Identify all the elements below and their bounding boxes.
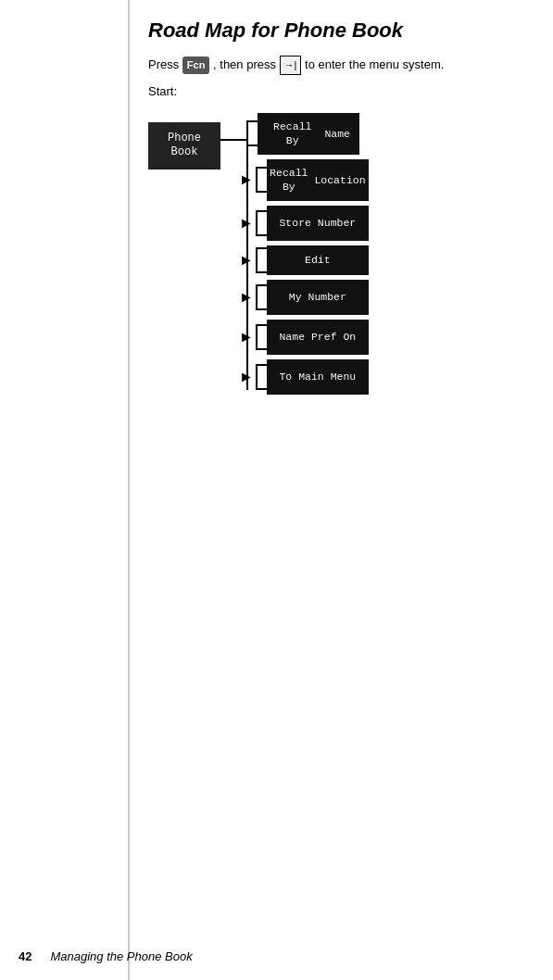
menu-item-row-0: Recall By Name bbox=[246, 113, 369, 155]
menu-item-row-5: ► Name Pref On bbox=[246, 320, 369, 355]
arrow-2: ► bbox=[239, 216, 254, 231]
item-notch-1 bbox=[256, 167, 267, 193]
menu-item-row-2: ► Store Number bbox=[246, 206, 369, 241]
menu-item-row-3: ► Edit bbox=[246, 245, 369, 275]
menu-item-row-6: ► To Main Menu bbox=[246, 359, 369, 395]
arrow-1: ► bbox=[239, 172, 254, 187]
item-notch-4 bbox=[256, 284, 267, 310]
menu-box-3: Edit bbox=[267, 245, 369, 275]
press-label: Press bbox=[148, 57, 179, 71]
menu-box-2: Store Number bbox=[267, 206, 369, 241]
page-title: Road Map for Phone Book bbox=[148, 19, 534, 43]
item-notch-2 bbox=[256, 210, 267, 236]
start-label: Start: bbox=[148, 84, 534, 98]
fcn-key: Fcn bbox=[182, 57, 210, 74]
arrow-key: →| bbox=[280, 56, 302, 75]
menu-box-1: Recall By Location bbox=[267, 159, 369, 201]
item-notch-5 bbox=[256, 324, 267, 350]
page-footer: 42 Managing the Phone Book bbox=[0, 949, 553, 963]
menu-box-4: My Number bbox=[267, 280, 369, 315]
start-box: Phone Book bbox=[148, 122, 220, 170]
menu-item-row-1: ► Recall By Location bbox=[246, 159, 369, 201]
to-enter-label: to enter the menu system. bbox=[305, 57, 444, 71]
h-connector bbox=[220, 139, 246, 141]
page-label: Managing the Phone Book bbox=[50, 949, 192, 963]
menu-box-0: Recall By Name bbox=[258, 113, 359, 155]
arrow-3: ► bbox=[239, 253, 254, 268]
item-notch-6 bbox=[256, 364, 267, 390]
then-label: , then press bbox=[213, 57, 276, 71]
page-number: 42 bbox=[19, 949, 31, 963]
item-notch-3 bbox=[256, 247, 267, 273]
menu-box-6: To Main Menu bbox=[267, 359, 369, 395]
diagram: Phone Book Recall By Name ► bbox=[148, 113, 534, 399]
arrow-6: ► bbox=[239, 370, 254, 384]
arrow-5: ► bbox=[239, 330, 254, 345]
menu-item-row-4: ► My Number bbox=[246, 280, 369, 315]
item-notch-0 bbox=[246, 120, 258, 146]
arrow-4: ► bbox=[239, 290, 254, 305]
menu-column: Recall By Name ► Recall By Location ► bbox=[246, 113, 369, 399]
intro-text: Press Fcn , then press →| to enter the m… bbox=[148, 56, 534, 75]
left-border bbox=[128, 0, 130, 980]
menu-box-5: Name Pref On bbox=[267, 320, 369, 355]
